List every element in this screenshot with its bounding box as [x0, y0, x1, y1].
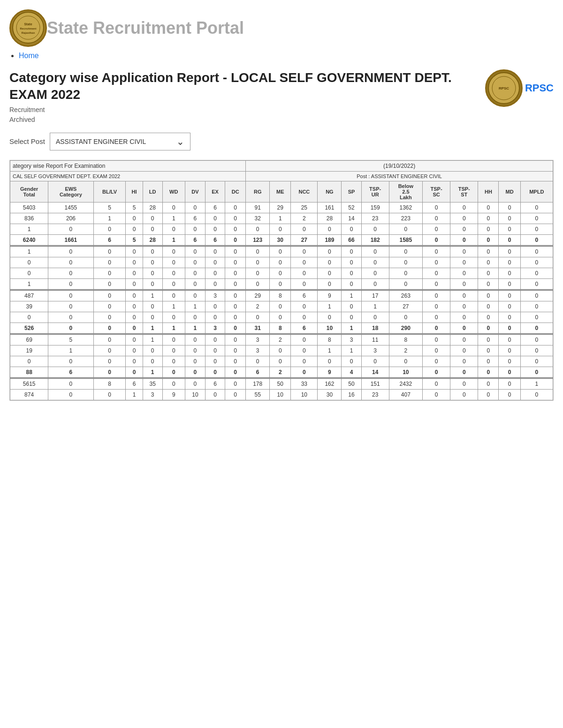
table-cell: 1	[520, 378, 553, 389]
table-cell: 0	[520, 323, 553, 334]
table-cell: 0	[361, 356, 389, 367]
table-cell: 0	[126, 356, 143, 367]
table-cell: 1661	[48, 234, 93, 246]
table-cell: 0	[499, 257, 520, 268]
table-cell: 1	[162, 323, 185, 334]
table-cell: 0	[450, 290, 478, 301]
table-cell: 0	[162, 312, 185, 323]
table-cell: 0	[478, 323, 499, 334]
table-cell: 0	[361, 278, 389, 290]
table-cell: 0	[48, 278, 93, 290]
table-cell: 29	[270, 202, 291, 213]
col-ncc: NCC	[291, 181, 318, 202]
table-cell: 0	[291, 367, 318, 378]
table-cell: 223	[389, 213, 422, 224]
table-cell: 0	[48, 356, 93, 367]
table-cell: 19	[10, 345, 48, 356]
table-cell: 8	[270, 290, 291, 301]
table-cell: 0	[422, 268, 450, 278]
table-cell: 0	[520, 224, 553, 234]
table-cell: 0	[499, 268, 520, 278]
table-cell: 0	[143, 257, 162, 268]
col-below-2.5-lakh: Below2.5Lakh	[389, 181, 422, 202]
table-cell: 0	[205, 224, 225, 234]
table-cell: 0	[318, 224, 342, 234]
col-hh: HH	[478, 181, 499, 202]
home-link[interactable]: Home	[19, 52, 39, 60]
table-cell: 0	[520, 290, 553, 301]
table-cell: 8	[318, 334, 342, 345]
table-cell: 0	[205, 334, 225, 345]
table-cell: 0	[450, 334, 478, 345]
table-cell: 0	[205, 213, 225, 224]
table-cell: 526	[10, 323, 48, 334]
table-cell: 10	[185, 389, 205, 400]
table-cell: 1	[318, 345, 342, 356]
table-cell: 0	[162, 356, 185, 367]
table-cell: 0	[291, 345, 318, 356]
portal-logo: State Recruitment Rajasthan	[9, 9, 47, 47]
table-cell: 0	[478, 224, 499, 234]
table-cell: 3	[342, 334, 361, 345]
table-cell: 0	[389, 356, 422, 367]
col-mpld: MPLD	[520, 181, 553, 202]
table-cell: 0	[270, 345, 291, 356]
table-cell: 0	[291, 268, 318, 278]
table-cell: 0	[422, 224, 450, 234]
table-cell: 1585	[389, 234, 422, 246]
table-cell: 28	[143, 234, 162, 246]
table-cell: 0	[478, 246, 499, 257]
table-cell: 487	[10, 290, 48, 301]
table-cell: 1	[93, 213, 126, 224]
table-row: 100000000000000000000	[10, 278, 553, 290]
table-cell: 0	[450, 202, 478, 213]
table-cell: 11	[361, 334, 389, 345]
table-cell: 0	[246, 224, 270, 234]
table-cell: 0	[450, 234, 478, 246]
table-row: 100000000000000000000	[10, 224, 553, 234]
table-cell: 0	[225, 378, 246, 389]
table-cell: 6	[93, 234, 126, 246]
table-cell: 0	[520, 257, 553, 268]
date-cell: (19/10/2022)	[246, 160, 553, 171]
col-dv: DV	[185, 181, 205, 202]
table-cell: 0	[225, 290, 246, 301]
table-cell: 0	[520, 246, 553, 257]
table-cell: 0	[185, 224, 205, 234]
table-cell: 0	[143, 345, 162, 356]
table-cell: 0	[361, 246, 389, 257]
table-cell: 0	[450, 224, 478, 234]
table-cell: 0	[143, 312, 162, 323]
select-post-dropdown[interactable]: ASSISTANT ENGINEER CIVIL ⌄	[50, 133, 190, 150]
table-cell: 8	[389, 334, 422, 345]
table-cell: 28	[318, 213, 342, 224]
table-cell: 0	[225, 389, 246, 400]
table-cell: 0	[520, 234, 553, 246]
table-cell: 0	[93, 367, 126, 378]
svg-text:Recruitment: Recruitment	[20, 27, 36, 30]
table-cell: 0	[499, 334, 520, 345]
table-cell: 0	[450, 389, 478, 400]
table-cell: 2	[270, 367, 291, 378]
table-cell: 0	[520, 213, 553, 224]
table-cell: 25	[291, 202, 318, 213]
table-cell: 0	[389, 278, 422, 290]
table-cell: 0	[185, 278, 205, 290]
table-cell: 5	[126, 234, 143, 246]
table-cell: 159	[361, 202, 389, 213]
table-cell: 0	[126, 301, 143, 312]
table-body: 5403145555280060912925161521591362000008…	[10, 202, 553, 400]
table-cell: 0	[478, 268, 499, 278]
table-cell: 6240	[10, 234, 48, 246]
table-cell: 0	[342, 312, 361, 323]
table-cell: 0	[478, 389, 499, 400]
table-cell: 0	[270, 257, 291, 268]
table-cell: 1	[162, 213, 185, 224]
table-cell: 407	[389, 389, 422, 400]
table-cell: 5	[126, 202, 143, 213]
table-cell: 0	[162, 334, 185, 345]
table-cell: 0	[246, 257, 270, 268]
table-cell: 0	[143, 268, 162, 278]
col-sp: SP	[342, 181, 361, 202]
table-cell: 6	[126, 378, 143, 389]
